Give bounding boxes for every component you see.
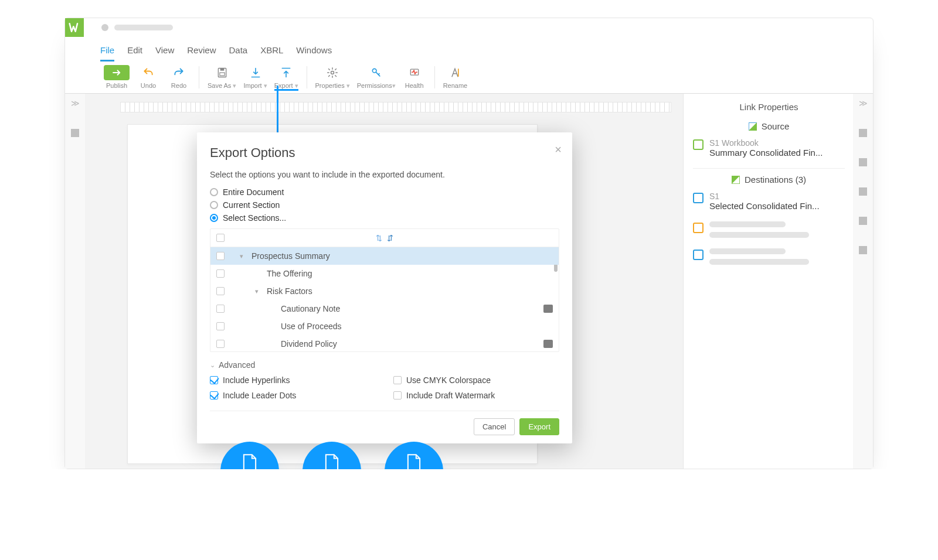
tree-checkbox[interactable] [216,305,225,313]
cancel-button[interactable]: Cancel [474,418,515,435]
tree-checkbox[interactable] [216,269,225,278]
tree-label: The Offering [267,269,312,278]
svg-point-3 [331,71,334,74]
tree-checkbox[interactable] [216,340,225,348]
export-option-checkbox[interactable]: Include Hyperlinks [210,375,376,385]
menubar: FileEditViewReviewDataXBRLWindows [100,37,873,62]
rename-icon [448,65,461,80]
radio-icon [210,188,218,196]
format-bubble-doc[interactable]: .DOC [385,442,443,469]
tree-row[interactable]: Use of Proceeds [210,317,559,335]
format-bubble-htm[interactable]: .HTM [303,442,361,469]
checkbox-icon [393,376,402,384]
collapse-icon[interactable]: ⇵ [387,234,393,243]
collapse-right-icon[interactable]: ≫ [859,98,868,108]
undo-button[interactable]: Undo [133,65,164,89]
rename-button[interactable]: Rename [440,65,471,89]
menu-data[interactable]: Data [229,42,247,62]
permissions-button[interactable]: Permissions▾ [354,65,399,90]
right-gutter: ≫ [853,94,873,469]
menu-review[interactable]: Review [187,42,216,62]
app-window: FileEditViewReviewDataXBRLWindows Publis… [64,18,874,469]
comment-icon[interactable] [543,305,553,313]
tree-label: Dividend Policy [281,339,337,349]
tree-row[interactable]: ▾ Risk Factors [210,282,559,300]
svg-rect-2 [220,73,225,76]
file-icon [405,454,423,469]
tree-caret-icon[interactable]: ▾ [239,252,244,260]
ruler [120,102,671,112]
toolbar: Publish Undo Redo Save As ▾ Import ▾ [100,62,873,93]
tree-row[interactable]: Dividend Policy [210,335,559,351]
export-scope-radio[interactable]: Current Section [210,200,559,210]
menu-file[interactable]: File [100,42,114,62]
properties-button[interactable]: Properties ▾ [312,65,354,90]
chrome: FileEditViewReviewDataXBRLWindows Publis… [65,37,873,94]
save-as-button[interactable]: Save As ▾ [204,65,240,90]
source-header: Source [693,121,845,131]
radio-icon [210,201,218,209]
file-icon [322,454,341,469]
publish-button[interactable]: Publish [100,65,133,89]
tree-label: Prospectus Summary [252,251,330,261]
save-icon [216,65,229,80]
checkbox-icon [210,376,218,384]
advanced-toggle[interactable]: ⌄ Advanced [210,360,559,370]
file-icon [240,454,259,469]
tree-row[interactable]: The Offering [210,265,559,282]
export-option-checkbox[interactable]: Use CMYK Colorspace [393,375,559,385]
export-scope-radio[interactable]: Select Sections... [210,213,559,223]
redo-button[interactable]: Redo [164,65,194,89]
format-bubbles: .PDF.HTM.DOC [220,442,443,469]
expand-icon[interactable]: ⇅ [376,234,382,243]
tree-caret-icon[interactable]: ▾ [254,288,260,295]
menu-edit[interactable]: Edit [127,42,142,62]
chevron-down-icon: ⌄ [210,361,215,369]
callout-line [277,86,278,134]
tree-label: Use of Proceeds [281,322,342,331]
panel-title: Link Properties [693,102,845,112]
tree-checkbox[interactable] [216,322,225,330]
comment-icon[interactable] [543,340,553,348]
import-icon [249,65,262,80]
doc-icon [693,193,704,203]
undo-icon [142,65,155,80]
menu-xbrl[interactable]: XBRL [260,42,283,62]
export-option-checkbox[interactable]: Include Leader Dots [210,391,376,400]
export-button[interactable]: Export [519,418,559,435]
doc-icon [693,250,704,260]
window-control-icon[interactable] [101,24,108,31]
app-logo [65,18,84,37]
tree-label: Cautionary Note [281,304,340,313]
export-scope-radio[interactable]: Entire Document [210,187,559,197]
workbook-icon [693,139,704,150]
left-gutter: ≫ [65,94,85,469]
svg-rect-1 [220,69,224,71]
export-options-dialog: × Export Options Select the options you … [197,132,572,443]
dialog-title: Export Options [210,145,559,161]
destinations-header: Destinations (3) [693,175,845,185]
link-properties-panel: Link Properties Source S1 Workbook Summa… [683,94,853,469]
health-button[interactable]: Health [399,65,430,89]
export-button[interactable]: Export ▾ [271,65,302,90]
tree-row[interactable]: ▾ Prospectus Summary [210,247,559,265]
tree-row[interactable]: Cautionary Note [210,300,559,317]
redo-icon [172,65,185,80]
select-all-checkbox[interactable] [216,234,225,242]
tree-checkbox[interactable] [216,252,225,260]
export-icon [280,65,293,80]
titlebar [65,18,873,37]
checkbox-icon [393,391,402,399]
publish-icon [104,65,130,80]
menu-view[interactable]: View [155,42,174,62]
import-button[interactable]: Import ▾ [240,65,270,90]
close-icon[interactable]: × [555,143,562,156]
dialog-description: Select the options you want to include i… [210,170,559,179]
gear-icon [326,65,339,80]
format-bubble-pdf[interactable]: .PDF [220,442,279,469]
health-icon [408,65,421,80]
menu-windows[interactable]: Windows [296,42,332,62]
collapse-left-icon[interactable]: ≫ [71,98,80,108]
tree-checkbox[interactable] [216,287,225,295]
export-option-checkbox[interactable]: Include Draft Watermark [393,391,559,400]
